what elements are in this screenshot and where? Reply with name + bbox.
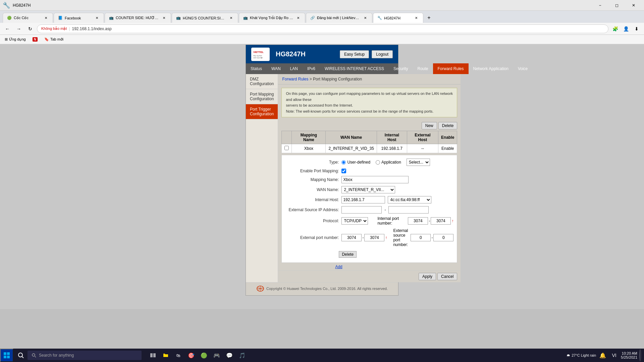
extensions-button[interactable]: 🧩 [610, 24, 620, 34]
external-source-to-input[interactable] [388, 206, 429, 214]
mapping-name-row: Mapping Name: [285, 176, 453, 183]
sidebar-port-mapping[interactable]: Port Mapping Configuration [246, 89, 278, 104]
tab-coccoc[interactable]: 🟢 Cốc Cốc ✕ [3, 13, 53, 23]
port-dash2: - [362, 235, 364, 240]
port-dash3: - [431, 235, 433, 240]
nav-ipv6[interactable]: IPv6 [303, 63, 320, 74]
taskbar-store[interactable]: 🛍 [172, 349, 184, 361]
tab-favicon-cs2: 📺 [176, 16, 181, 20]
tab-khatvong[interactable]: 📺 Khát Vọng Trỗi Dậy Ro Yu-ji... ✕ [239, 13, 305, 23]
delete-button[interactable]: Delete [438, 122, 458, 129]
internal-host-input[interactable] [341, 196, 385, 203]
internal-port-from[interactable] [408, 217, 428, 225]
taskbar-search-bar[interactable]: Search for anything [28, 351, 142, 360]
tab-close-lnd[interactable]: ✕ [363, 15, 368, 21]
taskbar-app4[interactable]: 🎯 [185, 349, 197, 361]
tab-facebook[interactable]: 📘 Facebook ✕ [54, 13, 104, 23]
internal-host-mac-select[interactable]: 4c:cc:6a:49:98:ff [388, 196, 431, 203]
notification-button[interactable]: 🔔 [598, 351, 607, 360]
new-tab-button[interactable]: + [424, 13, 434, 23]
tab-close-cs2[interactable]: ✕ [228, 15, 234, 21]
close-button[interactable]: ✕ [626, 0, 641, 11]
taskbar-app5[interactable]: 🟢 [198, 349, 210, 361]
port-mapping-table: Mapping Name WAN Name Internal Host Exte… [281, 131, 457, 153]
tab-close-facebook[interactable]: ✕ [94, 15, 100, 21]
sidebar-dmz[interactable]: DMZ Configuration [246, 74, 278, 89]
application-select[interactable]: Select... [407, 159, 430, 166]
keyboard-layout-button[interactable]: VI [609, 351, 619, 360]
download-button[interactable]: ⬇ [632, 24, 641, 34]
content-wrapper: DMZ Configuration Port Mapping Configura… [246, 74, 398, 282]
ext-source-port-from[interactable] [411, 234, 431, 241]
bookmark-apps[interactable]: ⊞ Ứng dụng [3, 37, 28, 42]
taskbar-file-explorer[interactable] [160, 349, 172, 361]
external-source-from-input[interactable] [341, 206, 382, 214]
nav-wireless[interactable]: WIRELESS INTERNET ACCESS [320, 63, 389, 74]
nav-route[interactable]: Route [413, 63, 433, 74]
address-bar[interactable]: Không bảo mật | 192.168.1.1/index.asp [37, 24, 608, 33]
type-application-radio[interactable] [376, 160, 380, 165]
add-link[interactable]: Add [335, 264, 461, 269]
apply-button[interactable]: Apply [419, 273, 436, 280]
taskbar-task-view[interactable] [147, 349, 159, 361]
taskbar-app8[interactable]: 🎵 [236, 349, 248, 361]
reload-button[interactable]: ↻ [25, 24, 35, 34]
ext-source-port-to[interactable] [433, 234, 453, 241]
tab-linkneverdies[interactable]: 🔗 Đăng bài mới | LinkNeverDie ✕ [306, 13, 372, 23]
nav-network-application[interactable]: Network Application [469, 63, 513, 74]
tab-favicon-coccoc: 🟢 [7, 16, 12, 20]
nav-status[interactable]: Status [246, 63, 267, 74]
tab-close-kv[interactable]: ✕ [296, 15, 301, 21]
type-user-defined-label[interactable]: User-defined [341, 160, 370, 165]
internal-port-to[interactable] [431, 217, 451, 225]
tab-close-cs1[interactable]: ✕ [161, 15, 167, 21]
form-delete-button[interactable]: Delete [339, 251, 357, 258]
svg-point-15 [32, 354, 35, 356]
mapping-name-input[interactable] [341, 176, 409, 183]
profile-button[interactable]: 👤 [621, 24, 631, 34]
type-row: Type: User-defined Application [285, 159, 453, 166]
nav-lan[interactable]: LAN [285, 63, 303, 74]
tab-favicon-facebook: 📘 [58, 16, 63, 20]
forward-button[interactable]: → [14, 24, 23, 34]
tab-counterside2[interactable]: 📺 HÙNG'S COUNTER:SIDE DO... ✕ [172, 13, 238, 23]
logout-button[interactable]: Logout [372, 50, 393, 58]
tab-hg8247h[interactable]: 🔧 HG8247H ✕ [373, 13, 423, 23]
row-checkbox[interactable] [284, 146, 289, 150]
tab-close-hg[interactable]: ✕ [414, 15, 419, 21]
new-button[interactable]: New [422, 122, 437, 129]
back-button[interactable]: ← [3, 24, 12, 34]
nav-forward-rules[interactable]: Forward Rules [433, 63, 469, 74]
tab-close-coccoc[interactable]: ✕ [43, 15, 49, 21]
nav-voice[interactable]: Voice [513, 63, 532, 74]
enable-checkbox[interactable] [341, 169, 346, 173]
easy-setup-button[interactable]: Easy Setup [340, 50, 369, 58]
tab-favicon-lnd: 🔗 [310, 16, 315, 20]
show-desktop-button[interactable] [639, 349, 641, 361]
address-text: 192.168.1.1/index.asp [72, 26, 604, 31]
bookmark-tabnew[interactable]: 🔖 Tab mới [42, 37, 65, 42]
nav-wan[interactable]: WAN [267, 63, 285, 74]
taskbar-app7[interactable]: 💬 [223, 349, 235, 361]
minimize-button[interactable]: − [592, 0, 608, 11]
external-port-indicator: ↑ [385, 235, 387, 240]
type-user-defined-radio[interactable] [341, 160, 346, 165]
external-port-to[interactable] [364, 234, 384, 241]
wan-name-select[interactable]: 2_INTERNET_R_VII... [341, 186, 395, 193]
svg-rect-18 [153, 353, 156, 357]
taskbar-search-icon[interactable] [15, 349, 27, 361]
cancel-button[interactable]: Cancel [437, 273, 457, 280]
type-application-label[interactable]: Application [376, 160, 401, 165]
bookmark-n[interactable]: N [31, 37, 40, 42]
breadcrumb-parent[interactable]: Forward Rules [282, 77, 308, 81]
bookmark-label-apps: Ứng dụng [9, 37, 26, 42]
taskbar-app6[interactable]: 🎮 [211, 349, 223, 361]
external-port-from[interactable] [341, 234, 362, 241]
protocol-select[interactable]: TCP/UDP [341, 217, 368, 225]
col-internal-host: Internal Host [377, 131, 407, 144]
start-button[interactable] [0, 349, 13, 362]
nav-security[interactable]: Security [389, 63, 413, 74]
tab-counterside1[interactable]: 📺 COUNTER SIDE: HƯỚNG DẪ... ✕ [105, 13, 171, 23]
restore-button[interactable]: ◻ [609, 0, 625, 11]
sidebar-port-trigger[interactable]: Port Trigger Configuration [246, 104, 278, 119]
